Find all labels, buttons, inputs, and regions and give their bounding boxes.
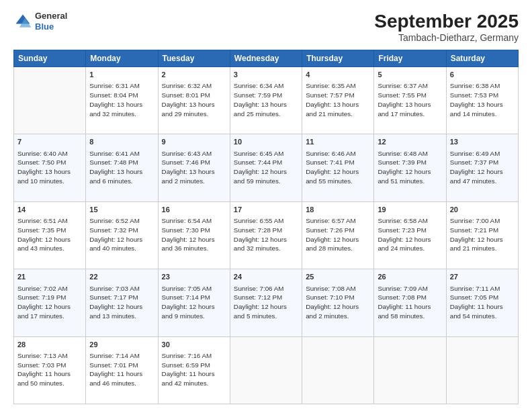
col-saturday: Saturday — [446, 50, 518, 67]
table-row: 22Sunrise: 7:03 AM Sunset: 7:17 PM Dayli… — [86, 269, 158, 336]
table-row: 29Sunrise: 7:14 AM Sunset: 7:01 PM Dayli… — [86, 336, 158, 404]
day-info: Sunrise: 6:32 AM Sunset: 8:01 PM Dayligh… — [162, 81, 226, 118]
logo-line1: General — [35, 11, 67, 21]
day-number: 20 — [450, 205, 515, 215]
day-number: 26 — [378, 272, 442, 282]
calendar-header-row: Sunday Monday Tuesday Wednesday Thursday… — [14, 50, 519, 67]
logo-line2: Blue — [35, 21, 67, 32]
col-sunday: Sunday — [14, 50, 86, 67]
calendar-table: Sunday Monday Tuesday Wednesday Thursday… — [13, 50, 519, 404]
day-info: Sunrise: 6:38 AM Sunset: 7:53 PM Dayligh… — [450, 81, 515, 118]
col-friday: Friday — [374, 50, 446, 67]
col-thursday: Thursday — [302, 50, 374, 67]
day-number: 11 — [306, 137, 370, 147]
table-row: 9Sunrise: 6:43 AM Sunset: 7:46 PM Daylig… — [158, 134, 230, 201]
day-number: 4 — [306, 70, 370, 80]
day-number: 16 — [162, 205, 226, 215]
day-info: Sunrise: 6:49 AM Sunset: 7:37 PM Dayligh… — [450, 149, 515, 186]
day-info: Sunrise: 6:35 AM Sunset: 7:57 PM Dayligh… — [306, 81, 370, 118]
logo-text: General Blue — [35, 11, 67, 32]
day-number: 19 — [378, 205, 442, 215]
day-info: Sunrise: 6:41 AM Sunset: 7:48 PM Dayligh… — [89, 149, 154, 186]
day-info: Sunrise: 7:03 AM Sunset: 7:17 PM Dayligh… — [89, 284, 154, 321]
day-info: Sunrise: 7:00 AM Sunset: 7:21 PM Dayligh… — [450, 216, 515, 253]
day-info: Sunrise: 6:34 AM Sunset: 7:59 PM Dayligh… — [234, 81, 298, 118]
table-row: 30Sunrise: 7:16 AM Sunset: 6:59 PM Dayli… — [158, 336, 230, 404]
table-row: 12Sunrise: 6:48 AM Sunset: 7:39 PM Dayli… — [374, 134, 446, 201]
table-row: 27Sunrise: 7:11 AM Sunset: 7:05 PM Dayli… — [446, 269, 518, 336]
day-info: Sunrise: 6:31 AM Sunset: 8:04 PM Dayligh… — [89, 81, 154, 118]
table-row: 24Sunrise: 7:06 AM Sunset: 7:12 PM Dayli… — [230, 269, 302, 336]
table-row — [374, 336, 446, 404]
day-info: Sunrise: 7:05 AM Sunset: 7:14 PM Dayligh… — [162, 284, 226, 321]
table-row: 13Sunrise: 6:49 AM Sunset: 7:37 PM Dayli… — [446, 134, 518, 201]
title-block: September 2025 Tambach-Dietharz, Germany — [374, 11, 519, 43]
calendar-week-row: 28Sunrise: 7:13 AM Sunset: 7:03 PM Dayli… — [14, 336, 519, 404]
table-row: 20Sunrise: 7:00 AM Sunset: 7:21 PM Dayli… — [446, 201, 518, 269]
day-number: 18 — [306, 205, 370, 215]
day-number: 9 — [162, 137, 226, 147]
day-number: 10 — [234, 137, 298, 147]
day-number: 30 — [162, 340, 226, 350]
day-number: 15 — [89, 205, 154, 215]
table-row — [302, 336, 374, 404]
calendar-subtitle: Tambach-Dietharz, Germany — [374, 32, 519, 43]
day-info: Sunrise: 7:02 AM Sunset: 7:19 PM Dayligh… — [17, 284, 82, 321]
col-monday: Monday — [86, 50, 158, 67]
table-row: 10Sunrise: 6:45 AM Sunset: 7:44 PM Dayli… — [230, 134, 302, 201]
day-number: 13 — [450, 137, 515, 147]
table-row: 15Sunrise: 6:52 AM Sunset: 7:32 PM Dayli… — [86, 201, 158, 269]
day-number: 3 — [234, 70, 298, 80]
table-row: 25Sunrise: 7:08 AM Sunset: 7:10 PM Dayli… — [302, 269, 374, 336]
header: General Blue September 2025 Tambach-Diet… — [13, 11, 519, 43]
day-info: Sunrise: 6:58 AM Sunset: 7:23 PM Dayligh… — [378, 216, 442, 253]
day-info: Sunrise: 6:37 AM Sunset: 7:55 PM Dayligh… — [378, 81, 442, 118]
day-info: Sunrise: 6:52 AM Sunset: 7:32 PM Dayligh… — [89, 216, 154, 253]
table-row: 26Sunrise: 7:09 AM Sunset: 7:08 PM Dayli… — [374, 269, 446, 336]
table-row — [14, 67, 86, 134]
day-number: 7 — [17, 137, 82, 147]
day-number: 23 — [162, 272, 226, 282]
day-info: Sunrise: 6:57 AM Sunset: 7:26 PM Dayligh… — [306, 216, 370, 253]
logo: General Blue — [13, 11, 67, 32]
table-row: 8Sunrise: 6:41 AM Sunset: 7:48 PM Daylig… — [86, 134, 158, 201]
table-row: 2Sunrise: 6:32 AM Sunset: 8:01 PM Daylig… — [158, 67, 230, 134]
day-number: 2 — [162, 70, 226, 80]
table-row: 23Sunrise: 7:05 AM Sunset: 7:14 PM Dayli… — [158, 269, 230, 336]
day-info: Sunrise: 6:43 AM Sunset: 7:46 PM Dayligh… — [162, 149, 226, 186]
day-info: Sunrise: 7:08 AM Sunset: 7:10 PM Dayligh… — [306, 284, 370, 321]
table-row: 14Sunrise: 6:51 AM Sunset: 7:35 PM Dayli… — [14, 201, 86, 269]
table-row: 17Sunrise: 6:55 AM Sunset: 7:28 PM Dayli… — [230, 201, 302, 269]
day-info: Sunrise: 7:06 AM Sunset: 7:12 PM Dayligh… — [234, 284, 298, 321]
day-number: 24 — [234, 272, 298, 282]
day-info: Sunrise: 6:51 AM Sunset: 7:35 PM Dayligh… — [17, 216, 82, 253]
day-info: Sunrise: 6:45 AM Sunset: 7:44 PM Dayligh… — [234, 149, 298, 186]
calendar-title: September 2025 — [374, 11, 519, 32]
day-number: 27 — [450, 272, 515, 282]
calendar-week-row: 21Sunrise: 7:02 AM Sunset: 7:19 PM Dayli… — [14, 269, 519, 336]
calendar-week-row: 14Sunrise: 6:51 AM Sunset: 7:35 PM Dayli… — [14, 201, 519, 269]
table-row: 5Sunrise: 6:37 AM Sunset: 7:55 PM Daylig… — [374, 67, 446, 134]
table-row — [230, 336, 302, 404]
day-info: Sunrise: 6:48 AM Sunset: 7:39 PM Dayligh… — [378, 149, 442, 186]
day-info: Sunrise: 7:11 AM Sunset: 7:05 PM Dayligh… — [450, 284, 515, 321]
day-info: Sunrise: 7:14 AM Sunset: 7:01 PM Dayligh… — [89, 351, 154, 388]
day-info: Sunrise: 6:55 AM Sunset: 7:28 PM Dayligh… — [234, 216, 298, 253]
logo-icon — [13, 12, 32, 31]
table-row: 28Sunrise: 7:13 AM Sunset: 7:03 PM Dayli… — [14, 336, 86, 404]
day-info: Sunrise: 7:09 AM Sunset: 7:08 PM Dayligh… — [378, 284, 442, 321]
day-number: 28 — [17, 340, 82, 350]
table-row: 11Sunrise: 6:46 AM Sunset: 7:41 PM Dayli… — [302, 134, 374, 201]
day-number: 12 — [378, 137, 442, 147]
day-info: Sunrise: 6:54 AM Sunset: 7:30 PM Dayligh… — [162, 216, 226, 253]
day-number: 6 — [450, 70, 515, 80]
table-row: 16Sunrise: 6:54 AM Sunset: 7:30 PM Dayli… — [158, 201, 230, 269]
calendar-week-row: 7Sunrise: 6:40 AM Sunset: 7:50 PM Daylig… — [14, 134, 519, 201]
day-number: 25 — [306, 272, 370, 282]
col-wednesday: Wednesday — [230, 50, 302, 67]
day-number: 22 — [89, 272, 154, 282]
day-number: 29 — [89, 340, 154, 350]
calendar-week-row: 1Sunrise: 6:31 AM Sunset: 8:04 PM Daylig… — [14, 67, 519, 134]
table-row: 1Sunrise: 6:31 AM Sunset: 8:04 PM Daylig… — [86, 67, 158, 134]
table-row: 18Sunrise: 6:57 AM Sunset: 7:26 PM Dayli… — [302, 201, 374, 269]
